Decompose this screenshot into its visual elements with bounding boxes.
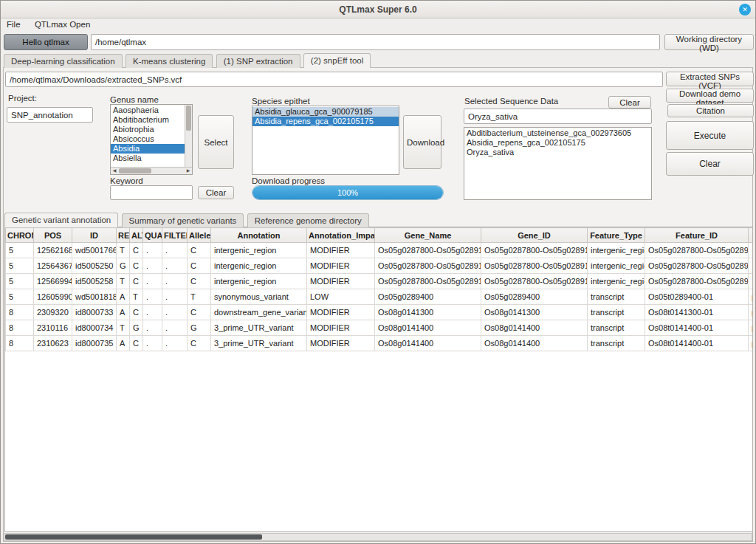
table-cell: Os08g0141400 <box>375 320 481 336</box>
table-cell: MODIFIER <box>307 305 375 320</box>
species-list-item[interactable]: Absidia_repens_gca_002105175 <box>252 117 399 126</box>
table-cell: MODIFIER <box>307 274 375 289</box>
hello-qtlmax-button[interactable]: Hello qtlmax <box>4 34 88 50</box>
column-header[interactable]: Feature_ID <box>645 228 749 243</box>
tab-summary-genetic-variants[interactable]: Summary of genetic variants <box>122 213 244 227</box>
menu-file[interactable]: File <box>1 18 27 29</box>
working-directory-input[interactable] <box>91 34 660 50</box>
table-cell: . <box>143 320 162 336</box>
table-cell: id5005250 <box>72 258 117 274</box>
column-header[interactable]: CHROM <box>6 228 34 243</box>
column-header[interactable] <box>749 228 754 243</box>
genus-list-item[interactable]: Absicoccus <box>111 134 185 144</box>
table-row[interactable]: 82309320id8000733AC..Cdownstream_gene_va… <box>6 305 754 320</box>
column-header[interactable]: Gene_Name <box>375 228 481 243</box>
genus-vertical-scrollbar[interactable] <box>185 105 192 167</box>
menu-qtlmax-open[interactable]: QTLmax Open <box>29 18 96 29</box>
table-cell: T <box>130 289 143 305</box>
table-cell: Os08g0141300 <box>481 305 588 320</box>
table-cell: Os05g0287800-Os05g0289100 <box>481 274 588 289</box>
column-header[interactable]: FILTER <box>162 228 188 243</box>
sequence-value-input[interactable] <box>464 109 652 124</box>
species-epithet-label: Species epithet <box>252 97 310 106</box>
table-row[interactable]: 512605990wd5001818AT..Tsynonymous_varian… <box>6 289 754 305</box>
working-directory-button[interactable]: Working directory (WD) <box>664 34 754 50</box>
close-button[interactable]: ✕ <box>739 4 751 16</box>
species-list-item[interactable]: Absidia_glauca_gca_900079185 <box>252 107 399 117</box>
genus-list-item[interactable]: Absidia <box>111 144 185 154</box>
tab-snp-extraction[interactable]: (1) SNP extraction <box>216 54 300 68</box>
select-button[interactable]: Select <box>198 115 234 169</box>
table-row[interactable]: 82310623id8000735AC..C3_prime_UTR_varian… <box>6 336 754 351</box>
table-cell: 2310116 <box>34 320 72 336</box>
column-header[interactable]: POS <box>34 228 72 243</box>
keyword-input[interactable] <box>110 185 193 200</box>
column-header[interactable]: ID <box>72 228 117 243</box>
column-header[interactable]: Annotation <box>211 228 307 243</box>
scroll-left-arrow-icon[interactable]: ◀ <box>111 168 118 174</box>
table-cell: 12605990 <box>34 289 72 305</box>
column-header[interactable]: Allele <box>188 228 211 243</box>
table-cell: 8 <box>6 320 34 336</box>
table-row[interactable]: 512562168wd5001766TC..Cintergenic_region… <box>6 243 754 258</box>
scrollbar-thumb[interactable] <box>119 168 151 173</box>
tab-kmeans-clustering[interactable]: K-means clustering <box>126 54 213 68</box>
extracted-snps-button[interactable]: Extracted SNPs (VCF) <box>666 72 754 86</box>
execute-button[interactable]: Execute <box>666 121 754 150</box>
table-cell: 5 <box>6 258 34 274</box>
keyword-clear-button[interactable]: Clear <box>198 186 234 199</box>
column-header[interactable]: Annotation_Impact <box>307 228 375 243</box>
table-cell: 5 <box>6 243 34 258</box>
table-cell: . <box>162 320 188 336</box>
sequence-list-item[interactable]: Abditibacterium_utsteinense_gca_00297360… <box>464 128 651 138</box>
table-cell: Os05g0287800-Os05g0289100 <box>481 243 588 258</box>
column-header[interactable]: Feature_Type <box>588 228 645 243</box>
table-cell: . <box>162 274 188 289</box>
genus-list-item[interactable]: Absiella <box>111 154 185 163</box>
table-cell: MODIFIER <box>307 258 375 274</box>
column-header[interactable]: REF <box>117 228 130 243</box>
table-cell: T <box>117 274 130 289</box>
table-cell: intergenic_region <box>211 243 307 258</box>
table-cell: . <box>162 336 188 351</box>
column-header[interactable]: ALT <box>130 228 143 243</box>
table-cell: Os05t0289400-01 <box>645 289 749 305</box>
table-cell: Os05g0287800-Os05g0289100 <box>481 258 588 274</box>
table-cell: 3_prime_UTR_variant <box>211 336 307 351</box>
download-demo-dataset-button[interactable]: Download demo dataset <box>666 89 754 103</box>
table-row[interactable]: 82310116id8000734TG..G3_prime_UTR_varian… <box>6 320 754 336</box>
sequence-clear-button[interactable]: Clear <box>608 96 651 109</box>
tab-deep-learning-classification[interactable]: Deep-learning classification <box>4 54 123 68</box>
column-header[interactable]: QUAL <box>143 228 162 243</box>
sequence-list-item[interactable]: Absidia_repens_gca_002105175 <box>464 138 651 148</box>
table-cell: A <box>117 289 130 305</box>
citation-button[interactable]: Citation <box>667 104 754 117</box>
column-header[interactable]: Gene_ID <box>481 228 588 243</box>
table-cell: Os08t0141400-01 <box>645 336 749 351</box>
table-cell: LOW <box>307 289 375 305</box>
table-cell: G <box>130 320 143 336</box>
scrollbar-thumb[interactable] <box>186 106 191 131</box>
result-tab-bar: Genetic variant annotation Summary of ge… <box>4 213 370 227</box>
download-button[interactable]: Download <box>403 115 441 169</box>
tab-genetic-variant-annotation[interactable]: Genetic variant annotation <box>4 213 118 227</box>
table-cell: . <box>143 336 162 351</box>
scroll-right-arrow-icon[interactable]: ▶ <box>185 168 192 174</box>
genus-horizontal-scrollbar[interactable]: ◀ ▶ <box>111 167 192 174</box>
project-input[interactable] <box>7 107 93 123</box>
genus-list-item[interactable]: Aaosphaeria <box>111 106 185 115</box>
sequence-list-item[interactable]: Oryza_sativa <box>464 148 651 157</box>
genus-list-item[interactable]: Abditibacterium <box>111 115 185 125</box>
tab-snpeff-tool[interactable]: (2) snpEff tool <box>303 53 371 68</box>
clear-button[interactable]: Clear <box>666 152 754 176</box>
scrollbar-thumb[interactable] <box>5 534 262 540</box>
table-cell <box>749 274 754 289</box>
table-horizontal-scrollbar[interactable] <box>4 533 752 541</box>
table-row[interactable]: 512564367id5005250GC..Cintergenic_region… <box>6 258 754 274</box>
table-row[interactable]: 512566994id5005258TC..Cintergenic_region… <box>6 274 754 289</box>
project-label: Project: <box>8 94 37 103</box>
vcf-path-input[interactable] <box>5 72 663 87</box>
tab-reference-genome-directory[interactable]: Reference genome directory <box>247 213 369 227</box>
table-cell: synonymous_variant <box>211 289 307 305</box>
genus-list-item[interactable]: Abiotrophia <box>111 125 185 134</box>
